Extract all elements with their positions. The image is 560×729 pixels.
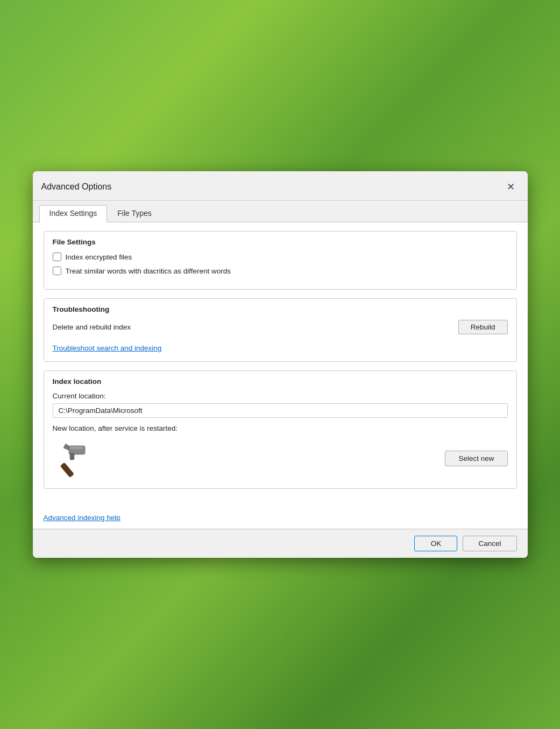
svg-marker-2 (63, 444, 69, 450)
hammer-icon (53, 437, 96, 480)
new-location-label: New location, after service is restarted… (53, 424, 508, 432)
tab-index-settings[interactable]: Index Settings (39, 205, 108, 222)
select-new-button[interactable]: Select new (445, 451, 507, 466)
new-location-row: Select new (53, 437, 508, 480)
advanced-help-link[interactable]: Advanced indexing help (44, 514, 120, 522)
tab-file-types[interactable]: File Types (107, 205, 162, 222)
tab-bar: Index Settings File Types (33, 201, 528, 222)
rebuild-row: Delete and rebuild index Rebuild (53, 320, 508, 334)
ok-button[interactable]: OK (414, 536, 457, 551)
troubleshooting-section: Troubleshooting Delete and rebuild index… (44, 298, 517, 362)
current-location-label: Current location: (53, 392, 508, 400)
svg-rect-0 (60, 462, 74, 478)
svg-rect-4 (70, 453, 74, 460)
rebuild-row-text: Delete and rebuild index (53, 323, 131, 331)
title-bar: Advanced Options ✕ (33, 171, 528, 201)
diacritics-checkbox[interactable] (53, 267, 61, 275)
troubleshoot-link[interactable]: Troubleshoot search and indexing (53, 344, 162, 352)
troubleshooting-label: Troubleshooting (53, 305, 508, 313)
advanced-options-dialog: Advanced Options ✕ Index Settings File T… (33, 171, 528, 558)
index-encrypted-label: Index encrypted files (66, 253, 132, 261)
index-location-label: Index location (53, 377, 508, 385)
diacritics-label: Treat similar words with diacritics as d… (66, 267, 231, 275)
rebuild-button[interactable]: Rebuild (458, 320, 508, 334)
cancel-button[interactable]: Cancel (463, 536, 516, 551)
current-location-value: C:\ProgramData\Microsoft (53, 403, 508, 418)
file-settings-label: File Settings (53, 238, 508, 246)
hammer-svg (54, 438, 94, 479)
index-encrypted-checkbox[interactable] (53, 253, 61, 261)
dialog-footer: OK Cancel (33, 529, 528, 558)
dialog-title: Advanced Options (41, 182, 112, 192)
file-settings-section: File Settings Index encrypted files Trea… (44, 231, 517, 290)
index-location-section: Index location Current location: C:\Prog… (44, 370, 517, 489)
checkbox-row-1: Index encrypted files (53, 253, 508, 261)
close-button[interactable]: ✕ (503, 179, 519, 195)
advanced-help-row: Advanced indexing help (33, 508, 528, 529)
checkbox-row-2: Treat similar words with diacritics as d… (53, 267, 508, 275)
svg-rect-3 (70, 446, 83, 449)
dialog-content: File Settings Index encrypted files Trea… (33, 222, 528, 508)
